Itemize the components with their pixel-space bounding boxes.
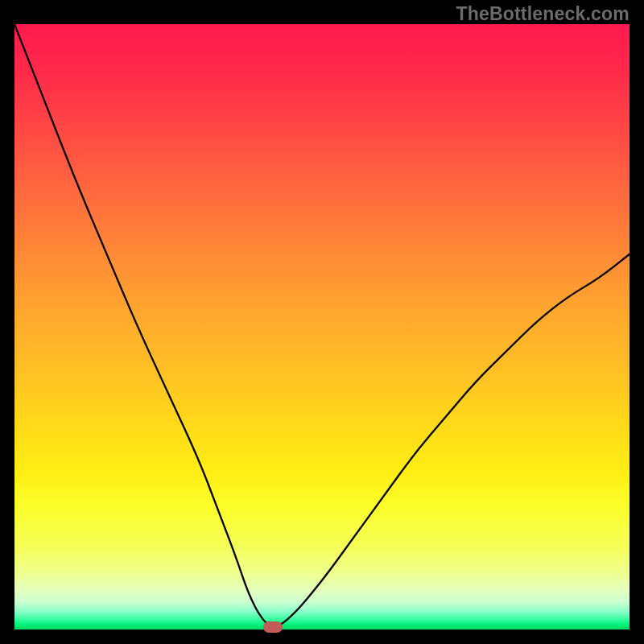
chart-frame: TheBottleneck.com: [0, 0, 644, 644]
bottleneck-curve: [14, 24, 630, 630]
watermark-text: TheBottleneck.com: [456, 3, 630, 25]
optimal-marker: [263, 621, 283, 633]
plot-area: [14, 24, 630, 630]
